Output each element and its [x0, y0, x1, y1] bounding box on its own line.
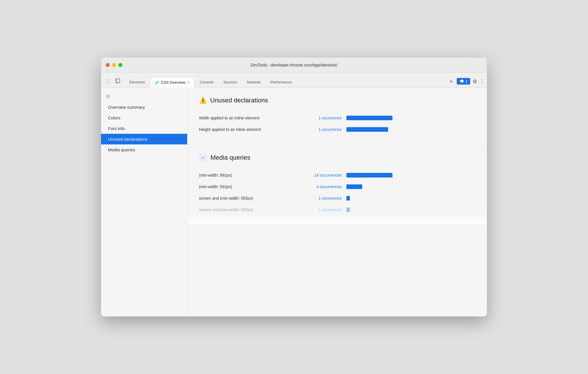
table-row[interactable]: screen and (min-width: 592px) 1 occurren… [199, 192, 475, 204]
devtools-window: DevTools - developer.chrome.com/tags/dev… [101, 58, 487, 316]
tabbar: ⬚ Elements 🧪 CSS Overview ✕ Console Sour… [101, 72, 487, 87]
row-occurrence[interactable]: 1 occurrence [301, 207, 342, 212]
main-area: ⊘ Overview summary Colors Font info Unus… [101, 87, 487, 316]
tab-css-overview[interactable]: 🧪 CSS Overview ✕ [150, 77, 195, 87]
section-title-unused: Unused declarations [210, 97, 268, 104]
table-row[interactable]: screen and (min-width: 992px) 1 occurren… [199, 204, 475, 215]
row-label: (min-width: 992px) [199, 173, 297, 178]
content-scroll[interactable]: ⚠️ Unused declarations Width applied to … [187, 87, 487, 316]
row-label: (min-width: 592px) [199, 184, 297, 189]
sidebar-item-colors[interactable]: Colors [101, 112, 187, 123]
sidebar-item-media-queries[interactable]: Media queries [101, 144, 187, 155]
bar-container [346, 116, 475, 120]
bar-container [346, 127, 475, 132]
occurrence-bar [346, 173, 392, 178]
bar-container [346, 184, 475, 189]
table-row[interactable]: (min-width: 992px) 14 occurrences [199, 169, 475, 181]
occurrence-bar [346, 116, 392, 120]
row-occurrence[interactable]: 4 occurrences [301, 184, 342, 189]
content-wrapper: ⚠️ Unused declarations Width applied to … [187, 87, 487, 316]
titlebar: DevTools - developer.chrome.com/tags/dev… [101, 58, 487, 72]
window-title: DevTools - developer.chrome.com/tags/dev… [251, 63, 337, 67]
row-label: screen and (min-width: 992px) [199, 207, 297, 212]
bar-container [346, 173, 475, 178]
tab-elements[interactable]: Elements [125, 77, 149, 87]
inspect-icon[interactable] [114, 77, 122, 85]
bar-container [346, 207, 475, 212]
bar-container [346, 196, 475, 201]
more-options-button[interactable]: ⋮ [479, 78, 485, 85]
unused-declarations-section: ⚠️ Unused declarations Width applied to … [187, 87, 487, 145]
warning-icon: ⚠️ [199, 97, 207, 104]
section-header-mq: ↔ Media queries [199, 154, 475, 161]
maximize-button[interactable] [118, 63, 122, 67]
row-occurrence[interactable]: 1 occurrence [301, 196, 342, 201]
row-label: screen and (min-width: 592px) [199, 196, 297, 201]
devtools-icons: ⬚ [103, 77, 122, 87]
occurrence-bar [346, 127, 388, 132]
svg-rect-0 [116, 79, 120, 83]
no-icon: ⊘ [101, 91, 187, 102]
tab-console[interactable]: Console [195, 77, 218, 87]
settings-button[interactable]: ⚙ [473, 78, 477, 85]
tab-performance[interactable]: Performance [266, 77, 296, 87]
more-tabs-button[interactable]: » [448, 78, 454, 85]
arrows-icon: ↔ [199, 154, 207, 161]
row-label: Width applied to an inline element [199, 116, 297, 120]
sidebar-item-unused-declarations[interactable]: Unused declarations [101, 134, 187, 144]
minimize-button[interactable] [112, 63, 116, 67]
row-occurrence[interactable]: 1 occurrence [301, 116, 342, 120]
table-row[interactable]: Width applied to an inline element 1 occ… [199, 112, 475, 124]
tabbar-right: » 💬 1 ⚙ ⋮ [448, 78, 485, 87]
tab-close-icon[interactable]: ✕ [187, 81, 190, 84]
tab-sources[interactable]: Sources [219, 77, 242, 87]
section-title-mq: Media queries [210, 154, 250, 161]
section-header-unused: ⚠️ Unused declarations [199, 97, 475, 104]
close-button[interactable] [106, 63, 110, 67]
sidebar-item-font-info[interactable]: Font info [101, 123, 187, 134]
row-occurrence[interactable]: 14 occurrences [301, 173, 342, 178]
flask-icon: 🧪 [155, 80, 159, 84]
occurrence-bar [346, 196, 350, 201]
table-row[interactable]: Height applied to an inline element 1 oc… [199, 124, 475, 135]
row-occurrence[interactable]: 1 occurrence [301, 127, 342, 132]
occurrence-bar [346, 184, 362, 189]
sidebar: ⊘ Overview summary Colors Font info Unus… [101, 87, 187, 316]
chat-button[interactable]: 💬 1 [457, 78, 470, 85]
tab-network[interactable]: Network [242, 77, 265, 87]
occurrence-bar [346, 207, 350, 212]
traffic-lights [106, 63, 122, 67]
media-queries-section: ↔ Media queries (min-width: 992px) 14 oc… [187, 145, 487, 225]
sidebar-item-overview-summary[interactable]: Overview summary [101, 102, 187, 112]
cursor-icon[interactable]: ⬚ [103, 77, 111, 85]
table-row[interactable]: (min-width: 592px) 4 occurrences [199, 181, 475, 192]
row-label: Height applied to an inline element [199, 127, 297, 132]
